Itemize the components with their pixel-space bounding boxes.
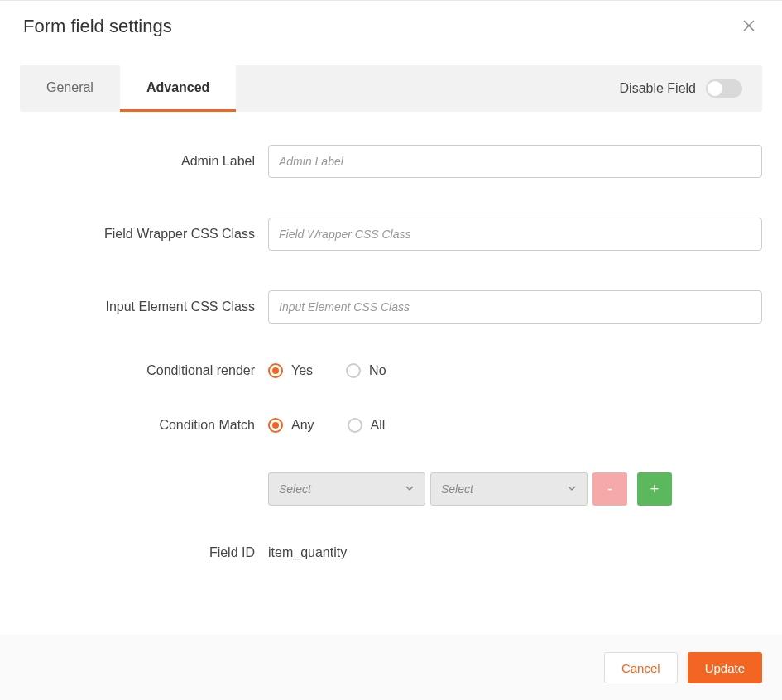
conditional-render-no-option[interactable]: No	[346, 363, 386, 378]
tabs: General Advanced	[20, 65, 236, 112]
chevron-down-icon	[567, 482, 577, 496]
update-button[interactable]: Update	[688, 652, 762, 683]
field-id-control: item_quantity	[268, 545, 762, 560]
cancel-button[interactable]: Cancel	[604, 652, 678, 683]
conditional-render-yes-option[interactable]: Yes	[268, 363, 313, 378]
field-id-row: Field ID item_quantity	[20, 545, 762, 560]
radio-yes-label: Yes	[291, 363, 313, 378]
input-class-input[interactable]	[268, 290, 762, 324]
field-id-value: item_quantity	[268, 545, 347, 559]
wrapper-class-input[interactable]	[268, 218, 762, 251]
add-condition-button[interactable]: +	[637, 472, 672, 506]
close-icon	[743, 18, 755, 36]
condition-match-label: Condition Match	[20, 418, 268, 433]
radio-yes	[268, 363, 283, 378]
input-class-control	[268, 290, 762, 324]
admin-label-label: Admin Label	[20, 154, 268, 169]
conditional-render-label: Conditional render	[20, 363, 268, 378]
conditional-render-row: Conditional render Yes No	[20, 363, 762, 378]
tab-general[interactable]: General	[20, 65, 120, 112]
condition-field-select[interactable]: Select	[268, 472, 425, 506]
radio-any	[268, 418, 283, 433]
condition-match-row: Condition Match Any All	[20, 418, 762, 433]
toggle-knob	[708, 81, 722, 96]
modal-title: Form field settings	[23, 16, 172, 37]
form-field-settings-modal: Form field settings General Advanced Dis…	[0, 0, 782, 700]
condition-match-radio-group: Any All	[268, 418, 762, 433]
condition-rule: Select Select - +	[268, 472, 762, 506]
condition-match-all-option[interactable]: All	[348, 418, 386, 433]
radio-all	[348, 418, 362, 433]
tab-advanced[interactable]: Advanced	[120, 65, 236, 112]
radio-no-label: No	[369, 363, 386, 378]
radio-any-label: Any	[291, 418, 314, 433]
disable-field-toggle[interactable]	[706, 79, 742, 98]
condition-rule-row: Select Select - +	[20, 472, 762, 506]
field-id-label: Field ID	[20, 545, 268, 560]
chevron-down-icon	[405, 482, 415, 496]
tabs-bar: General Advanced Disable Field	[20, 65, 762, 112]
conditional-render-radio-group: Yes No	[268, 363, 762, 378]
admin-label-control	[268, 145, 762, 178]
wrapper-class-label: Field Wrapper CSS Class	[20, 227, 268, 242]
disable-field-container: Disable Field	[620, 79, 762, 98]
modal-footer: Cancel Update	[0, 635, 782, 700]
content-area: Admin Label Field Wrapper CSS Class Inpu…	[0, 112, 782, 635]
condition-value-placeholder: Select	[441, 482, 473, 496]
close-button[interactable]	[739, 17, 759, 36]
input-class-row: Input Element CSS Class	[20, 290, 762, 324]
modal-header: Form field settings	[0, 1, 782, 52]
condition-value-select[interactable]: Select	[430, 472, 588, 506]
wrapper-class-row: Field Wrapper CSS Class	[20, 218, 762, 251]
condition-match-any-option[interactable]: Any	[268, 418, 314, 433]
radio-no	[346, 363, 361, 378]
condition-rule-control: Select Select - +	[268, 472, 762, 506]
admin-label-input[interactable]	[268, 145, 762, 178]
condition-field-placeholder: Select	[279, 482, 311, 496]
condition-match-control: Any All	[268, 418, 762, 433]
conditional-render-control: Yes No	[268, 363, 762, 378]
admin-label-row: Admin Label	[20, 145, 762, 178]
disable-field-label: Disable Field	[620, 81, 696, 96]
input-class-label: Input Element CSS Class	[20, 300, 268, 314]
wrapper-class-control	[268, 218, 762, 251]
remove-condition-button[interactable]: -	[592, 472, 627, 506]
radio-all-label: All	[371, 418, 386, 433]
